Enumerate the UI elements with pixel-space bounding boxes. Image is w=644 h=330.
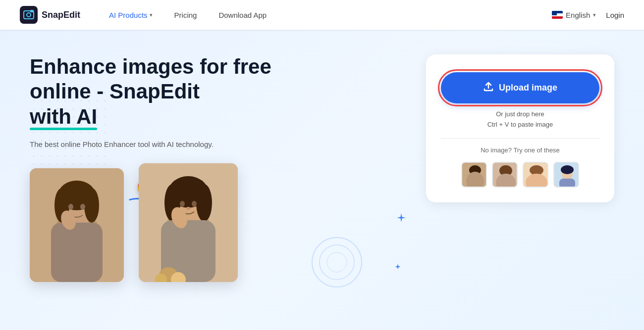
nav-pricing[interactable]: Pricing [163,0,208,30]
hero-subtitle: The best online Photo Enhancer tool with… [30,140,396,148]
sparkle1-icon [396,213,406,226]
circle-decoration [307,233,367,292]
svg-point-29 [327,252,347,272]
sparkle2-icon [394,263,401,272]
nav-links: AI Products ▾ Pricing Download App [98,0,552,30]
drop-hint: Or just drop here Ctrl + V to paste imag… [487,109,553,130]
hero-title-line2: online - SnapEdit [30,80,200,103]
svg-point-1 [27,13,31,17]
svg-rect-9 [51,223,103,282]
sample-image-1[interactable] [461,162,487,188]
svg-point-18 [196,184,212,222]
language-selector[interactable]: English ▾ [552,11,596,19]
hero-images: 😍 [30,168,396,282]
uk-flag-icon [552,11,563,19]
hero-title-line3: with AI [30,105,97,128]
sample-image-4[interactable] [553,162,579,188]
sample-image-2[interactable] [492,162,518,188]
navbar: SnapEdit AI Products ▾ Pricing Download … [0,0,644,30]
svg-rect-2 [30,10,34,12]
sample-images [461,162,579,188]
divider [441,138,599,139]
upload-icon [483,81,494,94]
upload-button-label: Upload image [499,83,557,93]
main-content: Enhance images for free online - SnapEdi… [0,30,644,330]
before-image [30,168,124,282]
svg-point-10 [68,204,73,210]
logo[interactable]: SnapEdit [20,6,80,24]
svg-point-28 [320,245,354,280]
upload-card: Upload image Or just drop here Ctrl + V … [426,54,614,202]
after-image [139,163,238,282]
login-button[interactable]: Login [606,11,624,19]
right-panel: Upload image Or just drop here Ctrl + V … [426,49,614,320]
svg-point-11 [80,204,85,210]
nav-products[interactable]: AI Products ▾ [98,0,163,30]
hero-title-line1: Enhance images for free [30,55,271,78]
svg-rect-45 [559,179,575,188]
svg-point-44 [561,165,574,174]
left-panel: Enhance images for free online - SnapEdi… [30,49,396,320]
sample-image-3[interactable] [523,162,548,188]
sample-label: No image? Try one of these [481,146,560,154]
upload-image-button[interactable]: Upload image [441,72,599,103]
hero-title: Enhance images for free online - SnapEdi… [30,54,396,129]
products-chevron-icon: ▾ [150,12,153,18]
svg-point-20 [180,201,185,207]
logo-icon [20,6,38,24]
logo-text: SnapEdit [42,10,80,20]
nav-download[interactable]: Download App [208,0,277,30]
svg-point-8 [84,188,99,223]
nav-right: English ▾ Login [552,11,624,19]
svg-point-21 [192,201,197,207]
lang-chevron-icon: ▾ [593,12,596,18]
svg-point-22 [186,207,190,210]
